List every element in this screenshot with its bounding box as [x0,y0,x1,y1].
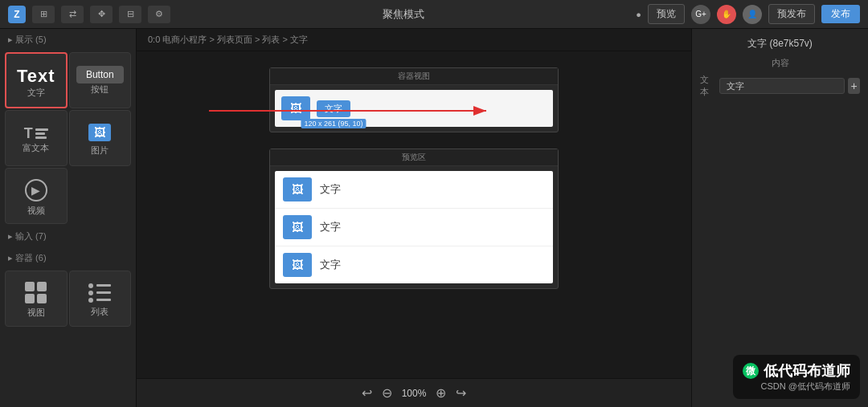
list-line-3 [96,299,111,301]
canvas-content[interactable]: 容器视图 🖼 文字 120 x 261 (95, 10) [137,51,691,378]
list-line-2 [96,291,111,294]
preview-img-icon-1: 🖼 [292,183,303,196]
video-item-label: 视频 [27,205,45,217]
play-icon: ▶ [31,184,40,197]
canvas-bottom-toolbar: ↩ ⊖ 100% ⊕ ↪ [137,378,691,407]
add-field-button[interactable]: + [848,78,860,94]
image-icon-glyph: 🖼 [94,126,105,139]
preview-img-2: 🖼 [283,215,312,239]
richtext-item-label: 富文本 [23,142,49,154]
size-badge: 120 x 261 (95, 10) [301,119,366,128]
undo-button[interactable]: ↩ [362,385,372,401]
text-widget-preview: Text [11,66,61,87]
section-input-title[interactable]: ▸ 输入 (7) [0,226,136,247]
text-widget-label: Text [17,66,55,87]
text-field-label: 文本 [700,74,713,98]
settings-icon[interactable]: ⚙ [148,6,170,23]
list-row-1 [88,283,111,288]
container-widgets-grid: 视图 列表 [0,269,136,328]
topbar-left: Z ⊞ ⇄ ✥ ⊟ ⚙ [8,6,170,23]
preview-text-2: 文字 [320,220,341,234]
avatar-3: 👤 [743,5,762,24]
list-item[interactable]: 🖼 文字 [275,246,553,283]
view-box-1 [25,282,35,291]
widget-video[interactable]: ▶ 视频 [5,168,68,224]
right-panel-section: 内容 [700,57,860,69]
t-icon: T [24,125,33,142]
preview-img-1: 🖼 [283,177,312,201]
avatar-1: G+ [691,5,710,24]
app-logo: Z [8,6,26,23]
view-box-2 [37,282,47,291]
text-field-row: 文本 + [700,74,860,98]
main-area: ▸ 展示 (5) Text 文字 Button 按钮 T [0,29,868,407]
video-icon: ▶ [25,179,47,201]
list-line-1 [96,284,111,287]
editor-image-icon: 🖼 [290,102,301,115]
list-item-label: 列表 [91,306,108,318]
app-title: 聚焦模式 [170,7,636,22]
list-row-3 [88,298,111,303]
preview-frame-title: 预览区 [270,149,558,166]
preview-list: 🖼 文字 🖼 文字 🖼 文字 [275,171,553,283]
preview-button[interactable]: 预览 [648,4,685,24]
layout-icon[interactable]: ⊞ [32,6,55,23]
widget-view[interactable]: 视图 [5,271,68,327]
grid-icon[interactable]: ⊟ [119,6,141,23]
preview-text-1: 文字 [320,182,341,197]
list-dot-2 [88,291,93,295]
image-item-label: 图片 [91,144,108,157]
display-widgets-grid: Text 文字 Button 按钮 T [0,51,136,226]
editor-row[interactable]: 🖼 文字 120 x 261 (95, 10) [275,90,553,127]
right-panel-title: 文字 (8e7k57v) [700,37,860,51]
text-chip[interactable]: 文字 120 x 261 (95, 10) [317,100,350,117]
section-display-title[interactable]: ▸ 展示 (5) [0,29,136,51]
list-row-2 [88,291,111,295]
list-dot-1 [88,283,93,288]
button-widget-sample: Button [76,66,124,83]
cursor-icon[interactable]: ✥ [90,6,113,23]
list-icon [88,283,111,303]
preview-img-icon-2: 🖼 [292,221,303,234]
prerelease-button[interactable]: 预发布 [768,4,815,24]
preview-img-icon-3: 🖼 [292,258,303,271]
redo-button[interactable]: ↪ [456,385,466,401]
topbar-right: ● 预览 G+ ✋ 👤 预发布 发布 [636,4,860,24]
right-panel: 文字 (8e7k57v) 内容 文本 + [691,29,868,407]
lines-icon [35,128,48,139]
sidebar: ▸ 展示 (5) Text 文字 Button 按钮 T [0,29,137,407]
editor-image-placeholder: 🖼 [281,96,310,120]
richtext-icon: T [24,125,48,142]
avatar-2: ✋ [717,5,736,24]
widget-button[interactable]: Button 按钮 [69,52,132,108]
section-container-title[interactable]: ▸ 容器 (6) [0,247,136,269]
preview-frame: 预览区 🖼 文字 🖼 文字 🖼 文字 [269,149,559,289]
preview-dot: ● [636,10,641,19]
publish-button[interactable]: 发布 [821,5,860,23]
list-item[interactable]: 🖼 文字 [275,209,553,246]
list-dot-3 [88,298,93,303]
view-icon [25,282,47,303]
zoom-out-button[interactable]: ⊖ [382,385,392,401]
image-icon: 🖼 [88,124,111,141]
preview-img-3: 🖼 [283,253,312,277]
text-item-label: 文字 [27,87,45,99]
preview-text-3: 文字 [320,258,341,272]
widget-text[interactable]: Text 文字 [5,52,68,108]
zoom-in-button[interactable]: ⊕ [436,385,446,401]
editor-frame-title: 容器视图 [270,68,558,85]
widget-image[interactable]: 🖼 图片 [69,110,132,166]
view-box-4 [37,294,47,303]
editor-frame: 容器视图 🖼 文字 120 x 261 (95, 10) [269,67,559,132]
button-item-label: 按钮 [91,83,108,96]
view-box-3 [25,294,35,303]
share-icon[interactable]: ⇄ [61,6,84,23]
view-item-label: 视图 [27,307,45,319]
canvas-area: 0:0 电商小程序 > 列表页面 > 列表 > 文字 容器视图 🖼 文字 120… [137,29,691,407]
widget-richtext[interactable]: T 富文本 [5,110,68,166]
breadcrumb: 0:0 电商小程序 > 列表页面 > 列表 > 文字 [137,29,691,51]
button-widget-preview: Button [76,69,124,80]
widget-list[interactable]: 列表 [69,271,132,327]
list-item[interactable]: 🖼 文字 [275,171,553,209]
text-field-input[interactable] [719,78,845,94]
